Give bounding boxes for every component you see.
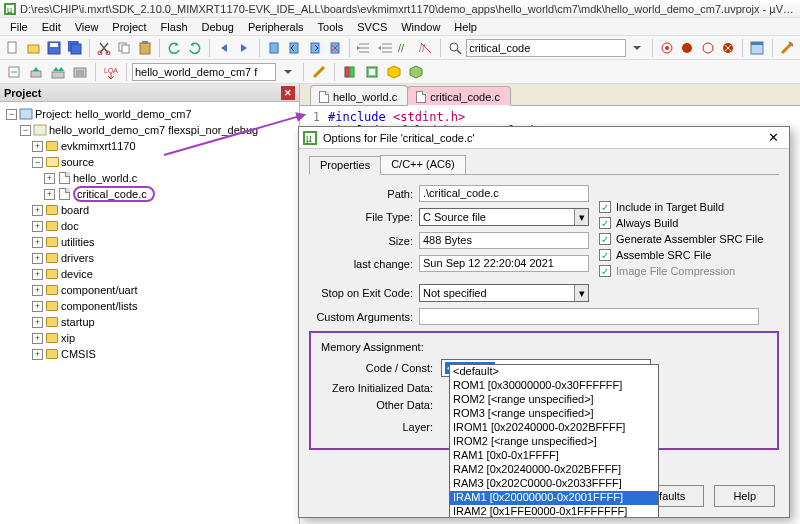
dropdown-option[interactable]: IROM2 [<range unspecified>] [450,435,658,449]
configure-icon[interactable] [778,38,796,58]
tab-critical-code[interactable]: critical_code.c [407,86,511,106]
tree-file-label[interactable]: critical_code.c [73,186,155,202]
project-tree[interactable]: − Project: hello_world_demo_cm7 − hello_… [0,102,299,524]
tab-hello-world[interactable]: hello_world.c [310,85,408,105]
tree-folder-label[interactable]: drivers [61,252,94,264]
undo-icon[interactable] [165,38,183,58]
menu-flash[interactable]: Flash [155,20,194,34]
tree-folder-label[interactable]: utilities [61,236,95,248]
expander-icon[interactable]: + [32,205,43,216]
check-include-target[interactable]: ✓Include in Target Build [599,201,763,213]
target-dropdown-icon[interactable] [278,62,298,82]
dialog-close-icon[interactable]: ✕ [764,130,783,145]
check-always-build[interactable]: ✓Always Build [599,217,763,229]
batch-build-icon[interactable] [70,62,90,82]
dropdown-option[interactable]: IROM1 [0x20240000-0x202BFFFF] [450,421,658,435]
download-icon[interactable]: LOAD [101,62,121,82]
bookmark-prev-icon[interactable] [285,38,303,58]
find-combo[interactable] [466,39,626,57]
dropdown-option[interactable]: IRAM2 [0x1FFE0000-0x1FFFFFFF] [450,505,658,517]
tree-folder-label[interactable]: device [61,268,93,280]
comment-icon[interactable]: // [396,38,414,58]
menu-peripherals[interactable]: Peripherals [242,20,310,34]
nav-back-icon[interactable] [215,38,233,58]
menu-edit[interactable]: Edit [36,20,67,34]
copy-icon[interactable] [115,38,133,58]
expander-icon[interactable]: + [32,333,43,344]
dropdown-option[interactable]: ROM1 [0x30000000-0x30FFFFFF] [450,379,658,393]
expander-icon[interactable]: + [32,221,43,232]
tree-folder-label[interactable]: xip [61,332,75,344]
pack-installer-icon[interactable] [406,62,426,82]
debug-icon[interactable] [658,38,676,58]
expander-icon[interactable]: − [20,125,31,136]
tab-cpp[interactable]: C/C++ (AC6) [380,155,466,174]
stop-combo[interactable]: Not specified▾ [419,284,589,302]
manage-books-icon[interactable] [340,62,360,82]
manage-rte-icon[interactable] [362,62,382,82]
tree-folder-label[interactable]: component/uart [61,284,137,296]
find-icon[interactable] [446,38,464,58]
dropdown-option[interactable]: ROM3 [<range unspecified>] [450,407,658,421]
nav-fwd-icon[interactable] [235,38,253,58]
tree-folder-label[interactable]: startup [61,316,95,328]
tree-folder-label[interactable]: CMSIS [61,348,96,360]
menu-window[interactable]: Window [395,20,446,34]
code-const-dropdown[interactable]: <default>ROM1 [0x30000000-0x30FFFFFF]ROM… [449,364,659,517]
menu-debug[interactable]: Debug [196,20,240,34]
bookmark-next-icon[interactable] [305,38,323,58]
tree-folder-label[interactable]: board [61,204,89,216]
dropdown-option[interactable]: RAM2 [0x20240000-0x202BFFFF] [450,463,658,477]
open-file-icon[interactable] [24,38,42,58]
expander-icon[interactable]: + [32,253,43,264]
options-icon[interactable] [309,62,329,82]
expander-icon[interactable]: + [32,141,43,152]
target-label[interactable]: hello_world_demo_cm7 flexspi_nor_debug [49,124,258,136]
menu-project[interactable]: Project [106,20,152,34]
expander-icon[interactable]: + [32,269,43,280]
dropdown-option[interactable]: RAM3 [0x202C0000-0x2033FFFF] [450,477,658,491]
expander-icon[interactable]: + [44,189,55,200]
expander-icon[interactable]: + [32,317,43,328]
bookmark-clear-icon[interactable] [326,38,344,58]
dropdown-option[interactable]: <default> [450,365,658,379]
build-icon[interactable] [26,62,46,82]
expander-icon[interactable]: + [32,301,43,312]
dropdown-option[interactable]: RAM1 [0x0-0x1FFFF] [450,449,658,463]
menu-svcs[interactable]: SVCS [351,20,393,34]
dropdown-option[interactable]: ROM2 [<range unspecified>] [450,393,658,407]
filetype-combo[interactable]: C Source file▾ [419,208,589,226]
find-dropdown-icon[interactable] [628,38,646,58]
expander-icon[interactable]: − [6,109,17,120]
outdent-icon[interactable] [376,38,394,58]
breakpoint-disable-icon[interactable] [698,38,716,58]
save-all-icon[interactable] [65,38,83,58]
breakpoint-delete-icon[interactable] [719,38,737,58]
tree-folder-label[interactable]: source [61,156,94,168]
tree-folder-label[interactable]: evkmimxrt1170 [61,140,136,152]
rebuild-icon[interactable] [48,62,68,82]
redo-icon[interactable] [185,38,203,58]
manage-packs-icon[interactable] [384,62,404,82]
dropdown-option[interactable]: IRAM1 [0x20000000-0x2001FFFF] [450,491,658,505]
expander-icon[interactable]: − [32,157,43,168]
tab-properties[interactable]: Properties [309,156,381,175]
tree-folder-label[interactable]: component/lists [61,300,137,312]
bookmark-icon[interactable] [264,38,282,58]
project-root-label[interactable]: Project: hello_world_demo_cm7 [35,108,192,120]
indent-icon[interactable] [355,38,373,58]
translate-icon[interactable] [4,62,24,82]
tree-file-label[interactable]: hello_world.c [73,172,137,184]
menu-file[interactable]: File [4,20,34,34]
tree-folder-label[interactable]: doc [61,220,79,232]
expander-icon[interactable]: + [32,285,43,296]
chevron-down-icon[interactable]: ▾ [574,285,588,301]
expander-icon[interactable]: + [32,237,43,248]
help-button[interactable]: Help [714,485,775,507]
uncomment-icon[interactable]: // [416,38,434,58]
expander-icon[interactable]: + [44,173,55,184]
menu-tools[interactable]: Tools [312,20,350,34]
check-assemble-src[interactable]: ✓Assemble SRC File [599,249,763,261]
new-file-icon[interactable] [4,38,22,58]
menu-help[interactable]: Help [448,20,483,34]
